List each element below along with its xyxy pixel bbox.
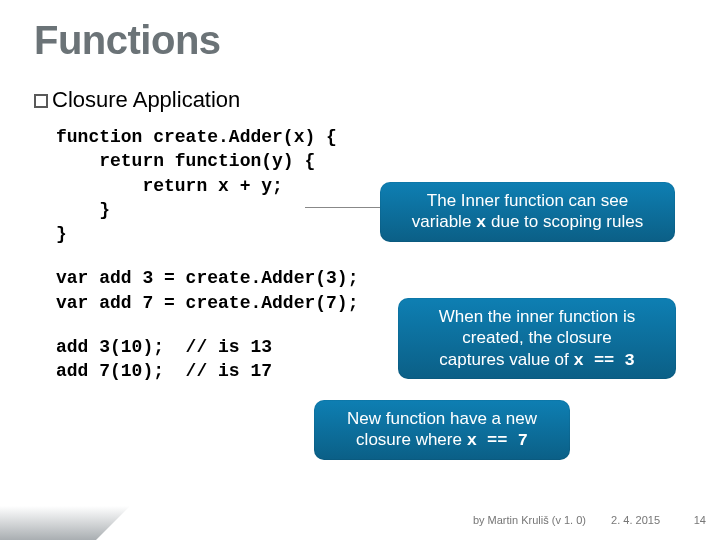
slide: Functions Closure Application function c… xyxy=(0,0,720,540)
callout-text: closure where x == 7 xyxy=(326,429,558,451)
callout-text: New function have a new xyxy=(326,408,558,429)
code-line: return function(y) { xyxy=(56,149,686,173)
code-var: x xyxy=(476,213,486,232)
callout-text: When the inner function is xyxy=(410,306,664,327)
callout-leader xyxy=(305,207,380,208)
code-expr: x == 3 xyxy=(573,351,634,370)
callout-text-part: variable xyxy=(412,212,476,231)
callout-text: created, the closure xyxy=(410,327,664,348)
footer-author: by Martin Kruliš (v 1. 0) xyxy=(473,514,586,526)
bullet-icon xyxy=(34,94,48,108)
callout-text-part: closure where xyxy=(356,430,467,449)
code-expr: x == 7 xyxy=(467,431,528,450)
callout-closure-capture: When the inner function is created, the … xyxy=(398,298,676,379)
subtitle-label: Closure xyxy=(52,87,128,112)
page-number: 14 xyxy=(694,514,706,526)
footer-date: 2. 4. 2015 xyxy=(611,514,660,526)
subtitle: Closure Application xyxy=(34,87,686,113)
code-line: var add 3 = create.Adder(3); xyxy=(56,266,686,290)
slide-title: Functions xyxy=(34,18,686,63)
callout-text: variable x due to scoping rules xyxy=(392,211,663,233)
subtitle-rest: Application xyxy=(128,87,241,112)
code-gap xyxy=(56,246,686,266)
corner-accent xyxy=(0,516,84,540)
callout-text: captures value of x == 3 xyxy=(410,349,664,371)
footer: by Martin Kruliš (v 1. 0) 2. 4. 2015 xyxy=(473,514,660,526)
code-line: function create.Adder(x) { xyxy=(56,125,686,149)
callout-new-closure: New function have a new closure where x … xyxy=(314,400,570,460)
callout-inner-function: The Inner function can see variable x du… xyxy=(380,182,675,242)
callout-text-part: due to scoping rules xyxy=(486,212,643,231)
callout-text: The Inner function can see xyxy=(392,190,663,211)
callout-text-part: captures value of xyxy=(439,350,573,369)
